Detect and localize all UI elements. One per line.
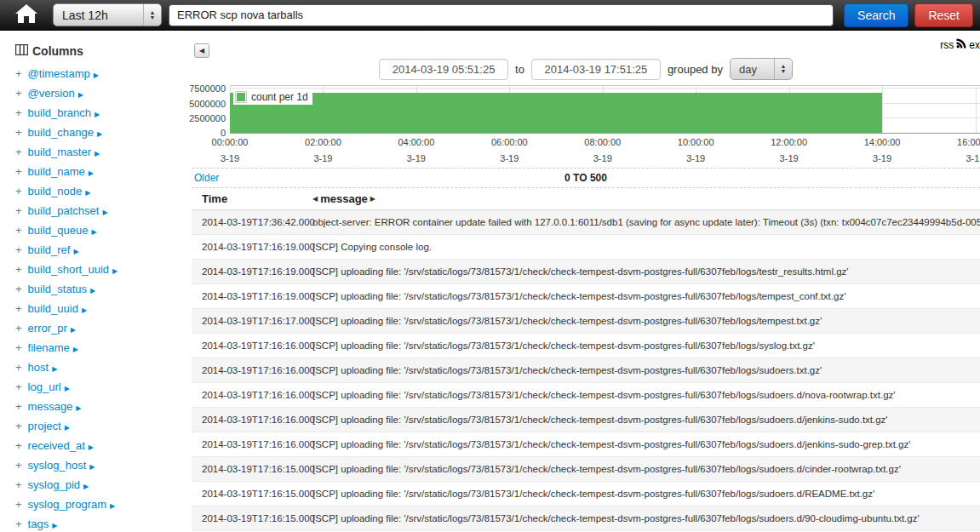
add-field-icon[interactable]: + [15,518,22,530]
field-menu-arrow-icon[interactable]: ▶ [73,346,78,353]
field-menu-arrow-icon[interactable]: ▶ [71,326,76,334]
field-link[interactable]: syslog_program [28,498,107,511]
field-menu-arrow-icon[interactable]: ▶ [95,150,100,157]
field-link[interactable]: log_url [28,380,61,393]
field-link[interactable]: build_change [28,126,94,139]
field-link[interactable]: build_name [28,165,85,178]
move-column-left-icon[interactable]: ◀ [312,195,318,203]
field-link[interactable]: build_short_uuid [28,263,109,276]
log-table-row[interactable]: 2014-03-19T17:16:19.000 [SCP] Copying co… [192,235,980,260]
rss-link[interactable]: rss [940,39,954,51]
export-link[interactable]: ex [969,39,980,51]
log-table-row[interactable]: 2014-03-19T17:16:16.000 [SCP] uploading … [192,408,980,432]
home-button[interactable] [7,4,46,26]
back-button[interactable]: ◀ [194,43,209,58]
field-link[interactable]: build_patchset [28,204,100,217]
log-table-row[interactable]: 2014-03-19T17:16:16.000 [SCP] uploading … [192,358,980,383]
move-column-right-icon[interactable]: ▶ [370,195,375,203]
field-link[interactable]: host [28,361,49,374]
add-field-icon[interactable]: + [15,146,22,158]
field-link[interactable]: tags [28,518,49,530]
field-link[interactable]: error_pr [28,322,67,335]
field-menu-arrow-icon[interactable]: ▶ [90,287,95,295]
reset-button[interactable]: Reset [914,3,973,27]
add-field-icon[interactable]: + [15,341,22,354]
from-date-input[interactable] [379,59,508,80]
add-field-icon[interactable]: + [15,224,22,237]
add-field-icon[interactable]: + [15,165,22,178]
chart-plot-area[interactable]: count per 1d [230,85,980,134]
time-range-select[interactable]: Last 12h ▲▼ [53,3,162,26]
field-menu-arrow-icon[interactable]: ▶ [110,502,115,510]
field-menu-arrow-icon[interactable]: ▶ [73,248,78,255]
log-table-row[interactable]: 2014-03-19T17:16:16.000 [SCP] uploading … [192,432,980,457]
add-field-icon[interactable]: + [15,498,22,511]
add-field-icon[interactable]: + [15,243,22,256]
field-menu-arrow-icon[interactable]: ▶ [91,228,96,236]
field-menu-arrow-icon[interactable]: ▶ [83,483,89,490]
add-field-icon[interactable]: + [15,283,22,295]
add-field-icon[interactable]: + [15,380,22,393]
add-field-icon[interactable]: + [15,459,22,472]
field-link[interactable]: syslog_host [28,459,87,472]
log-table-row[interactable]: 2014-03-19T17:16:16.000 [SCP] uploading … [192,383,980,408]
field-menu-arrow-icon[interactable]: ▶ [76,404,81,412]
field-link[interactable]: build_uuid [28,302,78,315]
add-field-icon[interactable]: + [15,87,22,100]
field-menu-arrow-icon[interactable]: ▶ [82,306,87,314]
field-menu-arrow-icon[interactable]: ▶ [78,91,83,99]
field-link[interactable]: filename [28,341,70,354]
search-input[interactable] [169,4,834,26]
field-menu-arrow-icon[interactable]: ▶ [89,443,94,451]
field-menu-arrow-icon[interactable]: ▶ [52,365,57,373]
log-table-row[interactable]: 2014-03-19T17:16:19.000 [SCP] uploading … [192,284,980,309]
field-link[interactable]: project [28,420,61,432]
field-link[interactable]: build_queue [28,224,89,237]
field-link[interactable]: message [28,400,73,413]
log-table-row[interactable]: 2014-03-19T17:36:42.000 object-server: E… [192,210,980,235]
to-date-input[interactable] [531,59,661,80]
log-table-row[interactable]: 2014-03-19T17:16:15.000 [SCP] uploading … [192,482,980,506]
field-link[interactable]: build_master [28,146,91,158]
field-link[interactable]: syslog_pid [28,478,80,491]
field-link[interactable]: build_status [28,283,87,295]
log-table-row[interactable]: 2014-03-19T17:16:15.000 [SCP] uploading … [192,506,980,531]
log-table-row[interactable]: 2014-03-19T17:16:19.000 [SCP] uploading … [192,260,980,284]
add-field-icon[interactable]: + [15,439,22,452]
add-field-icon[interactable]: + [15,302,22,315]
message-column-header[interactable]: ◀ message ▶ [312,192,375,205]
field-link[interactable]: @version [28,87,75,100]
field-menu-arrow-icon[interactable]: ▶ [95,111,100,118]
search-button[interactable]: Search [844,3,908,27]
field-link[interactable]: build_node [28,185,83,197]
field-menu-arrow-icon[interactable]: ▶ [89,463,95,471]
add-field-icon[interactable]: + [15,400,22,413]
add-field-icon[interactable]: + [15,185,22,197]
add-field-icon[interactable]: + [15,420,22,432]
add-field-icon[interactable]: + [15,361,22,374]
field-menu-arrow-icon[interactable]: ▶ [85,189,90,197]
field-menu-arrow-icon[interactable]: ▶ [94,72,99,79]
field-link[interactable]: build_ref [28,243,71,256]
add-field-icon[interactable]: + [15,126,22,139]
field-menu-arrow-icon[interactable]: ▶ [102,209,107,216]
field-menu-arrow-icon[interactable]: ▶ [97,130,102,138]
interval-select[interactable]: day ▲▼ [730,58,793,80]
older-link[interactable]: Older [194,169,219,187]
log-table-row[interactable]: 2014-03-19T17:16:17.000 [SCP] uploading … [192,309,980,334]
add-field-icon[interactable]: + [15,263,22,276]
add-field-icon[interactable]: + [15,322,22,335]
field-link[interactable]: build_branch [28,106,91,119]
log-table-row[interactable]: 2014-03-19T17:16:16.000 [SCP] uploading … [192,334,980,358]
field-menu-arrow-icon[interactable]: ▶ [65,424,70,432]
add-field-icon[interactable]: + [15,106,22,119]
log-table-row[interactable]: 2014-03-19T17:16:15.000 [SCP] uploading … [192,457,980,482]
field-menu-arrow-icon[interactable]: ▶ [89,169,94,177]
field-link[interactable]: @timestamp [28,67,90,80]
field-link[interactable]: received_at [28,439,85,452]
field-menu-arrow-icon[interactable]: ▶ [65,385,70,392]
field-menu-arrow-icon[interactable]: ▶ [52,522,57,529]
add-field-icon[interactable]: + [15,67,22,80]
field-menu-arrow-icon[interactable]: ▶ [112,267,117,275]
add-field-icon[interactable]: + [15,204,22,217]
